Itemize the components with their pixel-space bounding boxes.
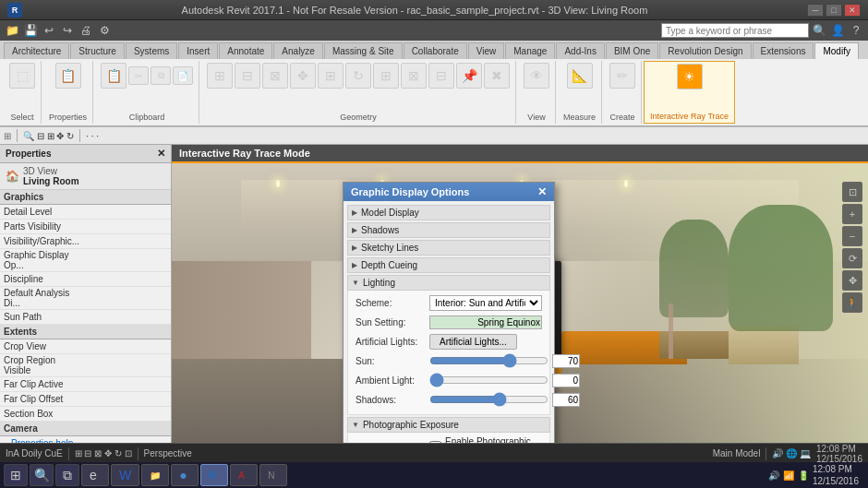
artificial-lights-btn[interactable]: Artificial Lights... xyxy=(429,334,517,350)
qa-save[interactable]: 💾 xyxy=(22,22,39,39)
properties-help-link[interactable]: Properties help xyxy=(6,436,78,443)
crop-region-row: Crop Region Visible xyxy=(0,354,171,377)
view-3d[interactable]: 3D View: Living Room · RT xyxy=(172,163,868,443)
camera-header[interactable]: Camera xyxy=(0,422,171,436)
tab-massing[interactable]: Massing & Site xyxy=(324,42,403,59)
blue-app[interactable]: ● xyxy=(171,464,199,486)
tab-annotate[interactable]: Annotate xyxy=(219,42,272,59)
qa-settings[interactable]: ⚙ xyxy=(96,22,113,39)
clipboard-icon[interactable]: 📋 xyxy=(101,63,127,89)
properties-close-icon[interactable]: ✕ xyxy=(157,148,165,160)
status-sep3 xyxy=(766,447,766,460)
search-btn[interactable]: 🔍 xyxy=(811,22,827,39)
tab-collaborate[interactable]: Collaborate xyxy=(404,42,467,59)
walk-btn[interactable]: 🚶 xyxy=(842,292,862,313)
tab-modify[interactable]: Modify xyxy=(814,42,858,59)
qa-open[interactable]: 📁 xyxy=(4,22,20,39)
pin-icon[interactable]: 📌 xyxy=(456,63,482,89)
task-view-btn[interactable]: ⧉ xyxy=(55,464,79,486)
artificial-lights-label: Artificial Lights: xyxy=(356,337,429,347)
tray-network[interactable]: 📶 xyxy=(783,470,794,481)
qa-undo[interactable]: ↩ xyxy=(41,22,57,39)
search-input[interactable] xyxy=(661,23,809,38)
start-btn[interactable]: ⊞ xyxy=(4,464,28,486)
tab-architecture[interactable]: Architecture xyxy=(4,42,69,59)
minimize-btn[interactable]: ─ xyxy=(807,4,824,17)
move-icon[interactable]: ✥ xyxy=(290,63,316,89)
mirror-icon[interactable]: ⊠ xyxy=(262,63,288,89)
view-icon[interactable]: 👁 xyxy=(524,63,549,89)
select-icons: ⬚ xyxy=(9,63,35,89)
search-taskbar-btn[interactable]: 🔍 xyxy=(30,464,54,486)
array-icon[interactable]: ⊟ xyxy=(428,63,454,89)
enable-photo-checkbox[interactable] xyxy=(429,441,441,444)
properties-label: Properties xyxy=(49,113,87,122)
photo-exposure-header[interactable]: ▼ Photographic Exposure xyxy=(347,417,550,433)
paste-icon[interactable]: 📄 xyxy=(173,66,193,85)
shadows-number[interactable] xyxy=(552,393,580,407)
select-icon[interactable]: ⬚ xyxy=(9,63,35,89)
shadows-slider[interactable] xyxy=(429,393,549,406)
depth-cueing-header[interactable]: ▶ Depth Cueing xyxy=(347,257,550,273)
sun-number[interactable] xyxy=(552,354,580,368)
delete-icon[interactable]: ✖ xyxy=(484,63,510,89)
tab-insert[interactable]: Insert xyxy=(178,42,218,59)
lighting-header[interactable]: ▼ Lighting xyxy=(347,275,550,291)
extents-header[interactable]: Extents xyxy=(0,325,171,339)
explorer-app[interactable]: 📁 xyxy=(141,464,169,486)
copy-icon[interactable]: ⧉ xyxy=(151,66,171,85)
gdo-close-btn[interactable]: ✕ xyxy=(537,185,547,198)
irt-icon[interactable]: ☀ xyxy=(677,64,703,89)
revit-app[interactable]: R xyxy=(200,464,228,486)
offset-icon[interactable]: ⊟ xyxy=(235,63,260,89)
word-app[interactable]: W xyxy=(111,464,139,486)
ie-app[interactable]: e xyxy=(81,464,109,486)
tab-bimone[interactable]: BIM One xyxy=(606,42,658,59)
pan-btn[interactable]: ✥ xyxy=(842,270,862,291)
scale-icon[interactable]: ⊠ xyxy=(401,63,427,89)
tray-battery[interactable]: 🔋 xyxy=(798,470,809,481)
copy-geom-icon[interactable]: ⊞ xyxy=(318,63,344,89)
tab-analyze[interactable]: Analyze xyxy=(273,42,323,59)
create-icon[interactable]: ✏ xyxy=(609,63,635,89)
qa-print[interactable]: 🖨 xyxy=(78,22,94,39)
window-controls[interactable]: ─ □ ✕ xyxy=(807,4,861,17)
sun-slider[interactable] xyxy=(429,354,549,367)
zoom-out-btn[interactable]: − xyxy=(842,226,862,246)
user-btn[interactable]: 👤 xyxy=(829,22,846,39)
rotate-icon[interactable]: ↻ xyxy=(345,63,371,89)
measure-icon[interactable]: 📐 xyxy=(567,63,593,89)
tray-sound[interactable]: 🔊 xyxy=(768,470,779,481)
sun-path-label: Sun Path xyxy=(4,312,82,322)
enable-photo-row: Enable Photographic Exposure xyxy=(356,436,542,443)
shadows-header[interactable]: ▶ Shadows xyxy=(347,222,550,238)
cut-icon[interactable]: ✂ xyxy=(128,66,149,85)
tab-addins[interactable]: Add-Ins xyxy=(556,42,604,59)
align-icon[interactable]: ⊞ xyxy=(207,63,233,89)
tab-manage[interactable]: Manage xyxy=(505,42,555,59)
tab-extensions[interactable]: Extensions xyxy=(753,42,814,59)
trim-icon[interactable]: ⊞ xyxy=(373,63,399,89)
maximize-btn[interactable]: □ xyxy=(826,4,842,17)
ambient-slider[interactable] xyxy=(429,374,549,387)
model-display-header[interactable]: ▶ Model Display xyxy=(347,205,550,220)
tab-systems[interactable]: Systems xyxy=(126,42,177,59)
tab-structure[interactable]: Structure xyxy=(70,42,125,59)
tab-view[interactable]: View xyxy=(468,42,505,59)
tab-revolution[interactable]: Revolution Design xyxy=(659,42,751,59)
ambient-number[interactable] xyxy=(552,374,580,387)
help-btn[interactable]: ? xyxy=(848,22,864,39)
sketchy-lines-header[interactable]: ▶ Sketchy Lines xyxy=(347,240,550,256)
orbit-btn[interactable]: ⟳ xyxy=(842,248,862,268)
qa-redo[interactable]: ↪ xyxy=(59,22,76,39)
acrobat-app[interactable]: A xyxy=(230,464,258,486)
zoom-fit-btn[interactable]: ⊡ xyxy=(842,182,862,202)
close-btn[interactable]: ✕ xyxy=(844,4,861,17)
graphics-section-header[interactable]: Graphics xyxy=(0,190,171,205)
scheme-select[interactable]: Interior: Sun and Artificial xyxy=(429,295,542,311)
sun-setting-input[interactable] xyxy=(429,315,542,329)
photo-exposure-content: Enable Photographic Exposure Exposure: xyxy=(347,433,550,443)
properties-icon[interactable]: 📋 xyxy=(55,63,81,89)
zoom-in-btn[interactable]: + xyxy=(842,204,862,224)
notepad-app[interactable]: N xyxy=(259,464,287,486)
